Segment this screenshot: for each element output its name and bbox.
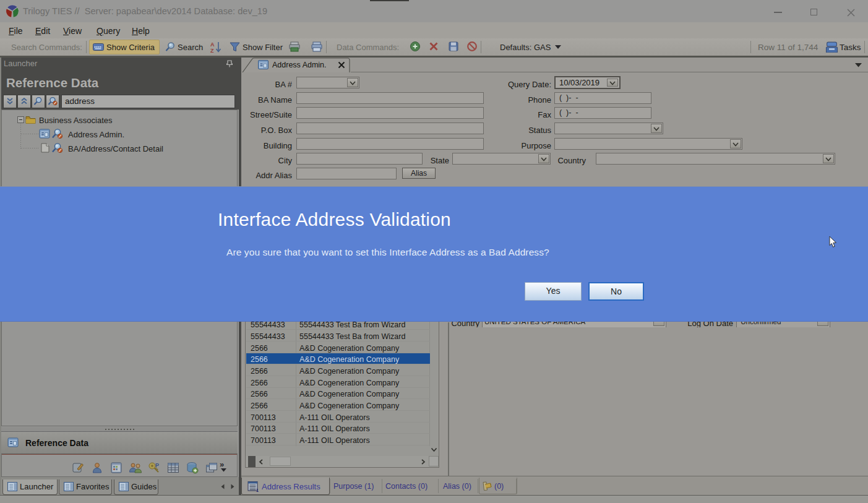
svg-text:1: 1 [256,488,259,492]
svg-text:Z: Z [210,48,214,53]
svg-text:P: P [155,462,159,468]
svg-text:A: A [210,41,215,48]
